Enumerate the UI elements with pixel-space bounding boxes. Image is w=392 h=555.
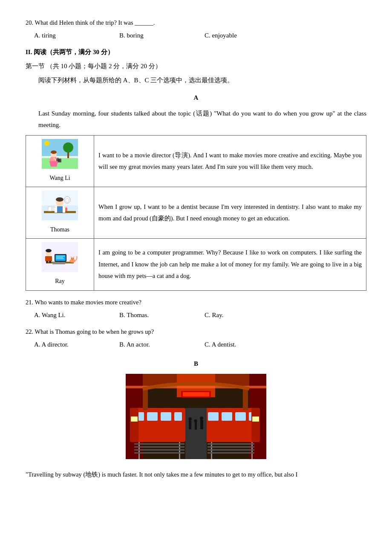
thomas-image (42, 191, 78, 220)
wangli-image (42, 139, 78, 169)
wangli-name: Wang Li (30, 173, 89, 183)
svg-rect-59 (131, 416, 138, 422)
svg-rect-82 (195, 422, 197, 430)
question-22-options: A. A director. B. An actor. C. A dentist… (34, 339, 366, 350)
option-22-c: C. A dentist. (205, 339, 290, 350)
subway-image (126, 374, 266, 459)
svg-point-8 (51, 150, 57, 154)
svg-rect-18 (65, 208, 67, 211)
svg-rect-72 (134, 446, 184, 448)
svg-rect-71 (134, 443, 184, 445)
passage-b-title: B (26, 358, 366, 370)
ray-content: I am going to be a computer programmer. … (94, 239, 366, 290)
ray-name: Ray (30, 276, 89, 286)
person-cell-ray: Ray (26, 239, 94, 290)
reading-table: Wang Li I want to be a movie director (导… (26, 135, 366, 291)
svg-rect-84 (200, 420, 203, 429)
svg-point-85 (200, 416, 203, 420)
svg-rect-11 (57, 158, 59, 159)
svg-rect-77 (208, 449, 254, 451)
option-21-b: B. Thomas. (119, 309, 205, 321)
svg-rect-63 (235, 412, 246, 421)
svg-rect-58 (130, 408, 138, 442)
table-row-wangli: Wang Li I want to be a movie director (导… (26, 136, 366, 187)
svg-rect-39 (46, 261, 48, 263)
svg-rect-78 (208, 452, 254, 454)
svg-rect-35 (52, 262, 65, 264)
svg-rect-80 (189, 421, 191, 429)
svg-rect-24 (53, 206, 55, 208)
thomas-name: Thomas (30, 224, 89, 235)
wangli-content: I want to be a movie director (导演). And … (94, 136, 366, 187)
question-20-options: A. tiring B. boring C. enjoyable (34, 30, 366, 41)
thomas-content: When I grow up, I want to be a dentist b… (94, 187, 366, 239)
svg-rect-75 (208, 443, 254, 445)
passage-a-intro: Last Sunday morning, four students talke… (38, 108, 366, 131)
svg-rect-56 (161, 412, 171, 421)
svg-rect-38 (45, 256, 52, 261)
question-21-text: 21. Who wants to make movies more creati… (26, 297, 366, 308)
option-20-a: A. tiring (34, 30, 119, 41)
svg-rect-73 (134, 449, 184, 451)
svg-rect-17 (48, 207, 52, 211)
svg-rect-66 (252, 416, 259, 422)
option-20-c: C. enjoyable (205, 30, 290, 41)
svg-rect-40 (49, 261, 51, 263)
svg-marker-13 (49, 161, 58, 167)
svg-point-37 (46, 249, 52, 252)
question-20: 20. What did Helen think of the trip? It… (26, 17, 366, 41)
table-row-thomas: Thomas When I grow up, I want to be a de… (26, 187, 366, 239)
svg-point-83 (194, 419, 197, 422)
reading-instruction: 阅读下列材料，从每题所给的 A、B、C 三个选项中，选出最佳选项。 (38, 75, 366, 86)
option-22-b: B. An actor. (119, 339, 205, 350)
ray-image (42, 242, 78, 272)
svg-rect-87 (243, 389, 248, 410)
option-21-a: A. Wang Li. (34, 309, 119, 321)
person-cell-thomas: Thomas (26, 187, 94, 239)
svg-rect-30 (55, 255, 66, 261)
person-cell-wangli: Wang Li (26, 136, 94, 187)
svg-point-42 (71, 257, 74, 261)
passage-a-title: A (26, 92, 366, 104)
subway-image-container (26, 374, 366, 463)
svg-point-4 (63, 142, 73, 153)
svg-point-81 (188, 417, 192, 421)
svg-rect-57 (174, 412, 182, 421)
svg-rect-76 (208, 446, 254, 448)
svg-rect-74 (134, 452, 184, 454)
svg-point-20 (56, 197, 63, 202)
passage-b-text: "Travelling by subway (地铁) is much faste… (26, 469, 366, 481)
svg-rect-25 (64, 206, 67, 208)
svg-rect-86 (143, 389, 148, 410)
svg-rect-79 (185, 408, 207, 459)
question-21-options: A. Wang Li. B. Thomas. C. Ray. (34, 309, 366, 321)
svg-point-46 (73, 259, 74, 260)
svg-point-5 (44, 141, 49, 146)
question-22-text: 22. What is Thomas going to be when he g… (26, 326, 366, 337)
svg-rect-55 (147, 412, 158, 421)
svg-rect-89 (183, 392, 209, 396)
option-21-c: C. Ray. (205, 309, 290, 321)
svg-point-45 (71, 259, 72, 260)
option-22-a: A. A director. (34, 339, 119, 350)
svg-rect-61 (208, 412, 219, 421)
option-20-b: B. boring (119, 30, 205, 41)
table-row-ray: Ray I am going to be a computer programm… (26, 239, 366, 290)
question-20-text: 20. What did Helen think of the trip? It… (26, 17, 366, 28)
section-1-subheader: 第一节 （共 10 小题；每小题 2 分，满分 20 分） (26, 61, 366, 72)
section-2-header: II. 阅读（共两节，满分 30 分） (26, 46, 366, 58)
svg-rect-65 (251, 408, 260, 442)
question-22: 22. What is Thomas going to be when he g… (26, 326, 366, 350)
svg-rect-62 (222, 412, 232, 421)
question-21: 21. Who wants to make movies more creati… (26, 297, 366, 321)
